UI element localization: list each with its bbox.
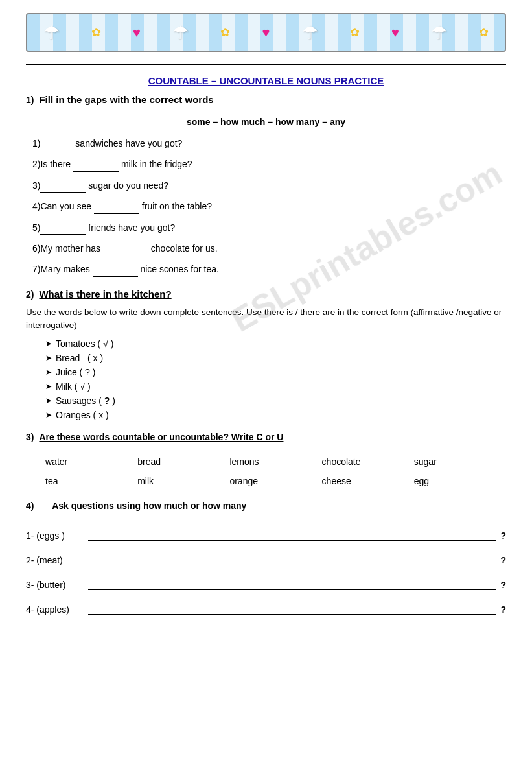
fill-blanks-list: 1) sandwiches have you got? 2)Is there m… <box>26 136 506 277</box>
heart-icon-1: ♥ <box>133 25 141 40</box>
list-item: 1) sandwiches have you got? <box>32 136 506 150</box>
flower-icon-3: ✿ <box>350 25 360 40</box>
header-banner: ☂ ✿ ♥ ☂ ✿ ♥ ☂ ✿ ♥ ☂ ✿ <box>26 13 506 52</box>
blank-4 <box>94 204 139 214</box>
flower-icon-4: ✿ <box>479 25 489 40</box>
section4-heading: Ask questions using how much or how many <box>52 501 246 511</box>
umbrella-icon-2: ☂ <box>172 22 189 43</box>
q3-number: 3) <box>32 180 40 191</box>
flower-icon-2: ✿ <box>220 25 230 40</box>
section1: 1) Fill in the gaps with the correct wor… <box>26 94 506 277</box>
q4-1-answer-line <box>88 529 496 541</box>
title-divider <box>26 64 506 65</box>
q4-1-label: 1- (eggs ) <box>26 530 84 541</box>
word-water: water <box>45 455 137 468</box>
section3-heading-row: 3) Are these words countable or uncounta… <box>26 432 506 451</box>
flower-icon-1: ✿ <box>91 25 101 40</box>
kitchen-item-1: Tomatoes ( √ ) <box>56 338 113 349</box>
q4-4-answer-line <box>88 603 496 615</box>
word-lemons: lemons <box>229 455 321 468</box>
q7-number: 7)Mary makes <box>32 264 93 274</box>
umbrella-icon-1: ☂ <box>43 22 60 43</box>
blank-3 <box>40 182 86 193</box>
q4-number: 4)Can you see <box>32 201 94 211</box>
blank-1 <box>40 140 73 150</box>
list-item: Sausages ( ? ) <box>45 396 506 406</box>
blank-6 <box>103 245 148 255</box>
word-orange: orange <box>229 475 321 488</box>
section3-number: 3) <box>26 432 34 442</box>
kitchen-item-6: Oranges ( x ) <box>56 410 109 420</box>
section2-number: 2) <box>26 289 34 300</box>
section4-number: 4) <box>26 501 34 511</box>
list-item: 4)Can you see fruit on the table? <box>32 199 506 213</box>
q4-3-questionmark: ? <box>500 580 506 590</box>
q4-2-row: 2- (meat) ? <box>26 554 506 565</box>
q5-number: 5) <box>32 222 40 233</box>
word-egg: egg <box>414 475 506 488</box>
list-item: 5) friends have you got? <box>32 220 506 235</box>
section3: 3) Are these words countable or uncounta… <box>26 432 506 488</box>
list-item: Oranges ( x ) <box>45 410 506 420</box>
q4-2-label: 2- (meat) <box>26 555 84 565</box>
kitchen-item-5: Sausages ( ? ) <box>56 396 115 406</box>
kitchen-items-list: Tomatoes ( √ ) Bread ( x ) Juice ( ? ) M… <box>26 338 506 420</box>
q1-number: 1) <box>32 138 40 148</box>
blank-2 <box>73 161 119 172</box>
q4-3-label: 3- (butter) <box>26 580 84 590</box>
q4-3-answer-line <box>88 578 496 590</box>
word-cheese: cheese <box>322 475 414 488</box>
kitchen-item-3: Juice ( ? ) <box>56 367 95 377</box>
section4: 4) Ask questions using how much or how m… <box>26 501 506 615</box>
words-grid: water bread lemons chocolate sugar tea m… <box>26 455 506 488</box>
list-item: Bread ( x ) <box>45 353 506 363</box>
section3-heading: Are these words countable or uncountable… <box>39 432 283 442</box>
list-item: Milk ( √ ) <box>45 381 506 392</box>
umbrella-icon-4: ☂ <box>431 22 447 43</box>
word-sugar: sugar <box>414 455 506 468</box>
heart-icon-3: ♥ <box>391 25 399 40</box>
q2-number: 2)Is there <box>32 159 73 169</box>
list-item: Tomatoes ( √ ) <box>45 338 506 349</box>
q4-4-questionmark: ? <box>500 604 506 615</box>
section4-heading-row: 4) Ask questions using how much or how m… <box>26 501 506 520</box>
q4-2-questionmark: ? <box>500 555 506 565</box>
q6-number: 6)My mother has <box>32 243 103 254</box>
page-title: COUNTABLE – UNCOUNTABLE NOUNS PRACTICE <box>26 75 506 86</box>
section2-heading-row: 2) What is there in the kitchen? <box>26 289 506 302</box>
section2: 2) What is there in the kitchen? Use the… <box>26 289 506 421</box>
blank-7 <box>93 266 138 277</box>
q4-1-questionmark: ? <box>500 530 506 541</box>
q4-3-row: 3- (butter) ? <box>26 578 506 590</box>
q4-2-answer-line <box>88 554 496 565</box>
heart-icon-2: ♥ <box>262 25 270 40</box>
banner-pattern: ☂ ✿ ♥ ☂ ✿ ♥ ☂ ✿ ♥ ☂ ✿ <box>27 14 505 51</box>
word-tea: tea <box>45 475 137 488</box>
word-chocolate: chocolate <box>322 455 414 468</box>
list-item: 2)Is there milk in the fridge? <box>32 157 506 171</box>
list-item: 3) sugar do you need? <box>32 178 506 193</box>
list-item: 6)My mother has chocolate for us. <box>32 241 506 255</box>
blank-5 <box>40 224 86 235</box>
section1-number: 1) <box>26 95 34 105</box>
section1-heading: Fill in the gaps with the correct words <box>39 94 213 105</box>
word-bread: bread <box>137 455 229 468</box>
word-bank: some – how much – how many – any <box>26 117 506 127</box>
q4-1-row: 1- (eggs ) ? <box>26 529 506 541</box>
kitchen-item-2: Bread ( x ) <box>56 353 103 363</box>
list-item: 7)Mary makes nice scones for tea. <box>32 262 506 276</box>
section2-instruction: Use the words below to write down comple… <box>26 306 506 333</box>
umbrella-icon-3: ☂ <box>302 22 318 43</box>
list-item: Juice ( ? ) <box>45 367 506 377</box>
q4-4-row: 4- (apples) ? <box>26 603 506 615</box>
section2-heading: What is there in the kitchen? <box>39 289 171 300</box>
section1-heading-row: 1) Fill in the gaps with the correct wor… <box>26 94 506 112</box>
kitchen-item-4: Milk ( √ ) <box>56 381 91 392</box>
word-milk: milk <box>137 475 229 488</box>
q4-4-label: 4- (apples) <box>26 604 84 615</box>
